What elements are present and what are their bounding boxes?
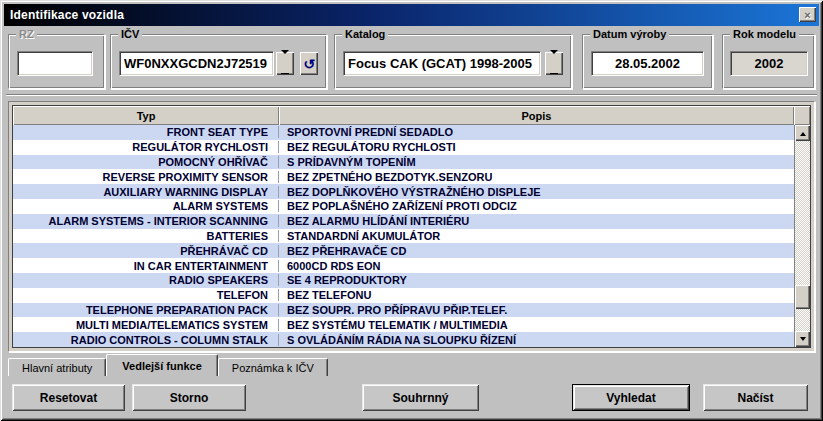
table-row[interactable]: RADIO SPEAKERSSE 4 REPRODUKTORY <box>13 273 794 288</box>
katalog-group: Katalog <box>334 34 572 89</box>
typ-cell: POMOCNÝ OHŘÍVAČ <box>13 156 279 168</box>
table-row[interactable]: IN CAR ENTERTAINMENT6000CD RDS EON <box>13 258 794 273</box>
rok-modelu-label: Rok modelu <box>730 28 799 41</box>
icv-group: IČV ↺ <box>110 34 327 89</box>
close-icon: × <box>804 9 810 21</box>
table-row[interactable]: BATTERIESSTANDARDNÍ AKUMULÁTOR <box>13 229 794 244</box>
table-row[interactable]: RADIO CONTROLS - COLUMN STALKS OVLÁDÁNÍM… <box>13 332 794 347</box>
katalog-input[interactable] <box>343 51 541 76</box>
separator-line <box>6 94 817 96</box>
table-row[interactable]: POMOCNÝ OHŘÍVAČS PRÍDAVNÝM TOPENÍM <box>13 155 794 170</box>
popis-cell: STANDARDNÍ AKUMULÁTOR <box>279 230 794 242</box>
typ-cell: FRONT SEAT TYPE <box>13 126 279 138</box>
scroll-up-button[interactable] <box>795 125 810 141</box>
popis-cell: BEZ TELEFONU <box>279 289 794 301</box>
typ-cell: REGULÁTOR RYCHLOSTI <box>13 141 279 153</box>
typ-cell: TELEPHONE PREPARATION PACK <box>13 304 279 316</box>
cancel-button[interactable]: Storno <box>132 384 246 411</box>
popis-cell: BEZ SOUPR. PRO PŘÍPRAVU PŘIP.TELEF. <box>279 304 794 316</box>
popis-cell: S PRÍDAVNÝM TOPENÍM <box>279 156 794 168</box>
vertical-scrollbar[interactable] <box>794 125 810 347</box>
typ-cell: BATTERIES <box>13 230 279 242</box>
search-button[interactable]: Vyhledat <box>572 384 690 411</box>
reset-button[interactable]: Resetovat <box>12 384 125 411</box>
katalog-label: Katalog <box>342 28 388 41</box>
rz-group: RZ <box>8 34 105 89</box>
window-title: Identifikace vozidla <box>10 8 124 22</box>
popis-cell: SE 4 REPRODUKTORY <box>279 274 794 286</box>
popis-cell: S OVLÁDÁNÍM RÁDIA NA SLOUPKU ŘÍZENÍ <box>279 334 794 346</box>
table-row[interactable]: REVERSE PROXIMITY SENSORBEZ ZPETNÉHO BEZ… <box>13 169 794 184</box>
popis-cell: BEZ ALARMU HLÍDÁNÍ INTERIÉRU <box>279 215 794 227</box>
popis-cell: BEZ SYSTÉMU TELEMATIK / MULTIMEDIA <box>279 319 794 331</box>
typ-cell: RADIO SPEAKERS <box>13 274 279 286</box>
typ-cell: MULTI MEDIA/TELEMATICS SYSTEM <box>13 319 279 331</box>
icv-label: IČV <box>118 28 142 41</box>
icv-dropdown-button[interactable] <box>276 52 294 75</box>
chevron-down-icon <box>281 54 289 74</box>
column-header-filler <box>794 106 810 125</box>
attributes-grid-frame: Typ Popis FRONT SEAT TYPESPORTOVNÍ PREDN… <box>8 101 815 352</box>
popis-cell: 6000CD RDS EON <box>279 260 794 272</box>
title-bar[interactable]: Identifikace vozidla × <box>4 4 819 26</box>
table-row[interactable]: AUXILIARY WARNING DISPLAYBEZ DOPLŇKOVÉHO… <box>13 184 794 199</box>
table-row[interactable]: ALARM SYSTEMS - INTERIOR SCANNINGBEZ ALA… <box>13 214 794 229</box>
scroll-down-button[interactable] <box>795 331 810 347</box>
column-header-popis[interactable]: Popis <box>279 106 794 125</box>
datum-vyroby-label: Datum výroby <box>590 28 669 41</box>
identifikace-vozidla-dialog: Identifikace vozidla × RZ IČV ↺ Katalog … <box>0 0 823 421</box>
table-row[interactable]: REGULÁTOR RYCHLOSTIBEZ REGULÁTORU RYCHLO… <box>13 140 794 155</box>
icv-refresh-button[interactable]: ↺ <box>300 52 318 75</box>
rz-label: RZ <box>16 28 37 41</box>
chevron-down-icon <box>550 54 558 74</box>
bottom-tab-bar: Hlavní atributy Vedlejší funkce Poznámka… <box>8 354 328 376</box>
attributes-grid: Typ Popis FRONT SEAT TYPESPORTOVNÍ PREDN… <box>12 105 811 348</box>
popis-cell: SPORTOVNÍ PREDNÍ SEDADLO <box>279 126 794 138</box>
scrollbar-thumb[interactable] <box>795 285 810 309</box>
grid-header: Typ Popis <box>13 106 810 125</box>
typ-cell: REVERSE PROXIMITY SENSOR <box>13 171 279 183</box>
arrow-down-icon <box>800 337 806 344</box>
typ-cell: AUXILIARY WARNING DISPLAY <box>13 186 279 198</box>
column-header-typ[interactable]: Typ <box>13 106 279 125</box>
typ-cell: TELEFON <box>13 289 279 301</box>
katalog-dropdown-button[interactable] <box>545 52 563 75</box>
typ-cell: IN CAR ENTERTAINMENT <box>13 260 279 272</box>
icv-input[interactable] <box>119 51 274 76</box>
typ-cell: ALARM SYSTEMS <box>13 200 279 212</box>
popis-cell: BEZ REGULÁTORU RYCHLOSTI <box>279 141 794 153</box>
table-row[interactable]: FRONT SEAT TYPESPORTOVNÍ PREDNÍ SEDADLO <box>13 125 794 140</box>
popis-cell: BEZ PŘEHRAVAČE CD <box>279 245 794 257</box>
grid-rows: FRONT SEAT TYPESPORTOVNÍ PREDNÍ SEDADLOR… <box>13 125 794 347</box>
datum-vyroby-value[interactable]: 28.05.2002 <box>591 51 704 76</box>
table-row[interactable]: TELEFONBEZ TELEFONU <box>13 288 794 303</box>
popis-cell: BEZ DOPLŇKOVÉHO VÝSTRAŽNÉHO DISPLEJE <box>279 186 794 198</box>
tab-poznamka-k-icv[interactable]: Poznámka k IČV <box>218 358 328 376</box>
load-button[interactable]: Načíst <box>703 384 808 411</box>
typ-cell: ALARM SYSTEMS - INTERIOR SCANNING <box>13 215 279 227</box>
tab-hlavni-atributy[interactable]: Hlavní atributy <box>8 358 106 376</box>
table-row[interactable]: TELEPHONE PREPARATION PACKBEZ SOUPR. PRO… <box>13 303 794 318</box>
typ-cell: PŘEHRÁVAČ CD <box>13 245 279 257</box>
refresh-icon: ↺ <box>303 57 315 71</box>
table-row[interactable]: PŘEHRÁVAČ CDBEZ PŘEHRAVAČE CD <box>13 243 794 258</box>
arrow-up-icon <box>800 129 806 136</box>
typ-cell: RADIO CONTROLS - COLUMN STALK <box>13 334 279 346</box>
rok-modelu-value: 2002 <box>730 51 808 76</box>
popis-cell: BEZ POPLAŠNÉHO ZAŘÍZENÍ PROTI ODCIZ <box>279 200 794 212</box>
summary-button[interactable]: Souhrnný <box>362 384 479 411</box>
close-button[interactable]: × <box>799 7 816 22</box>
rz-input[interactable] <box>17 51 93 76</box>
rok-modelu-group: Rok modelu 2002 <box>722 34 815 89</box>
table-row[interactable]: MULTI MEDIA/TELEMATICS SYSTEMBEZ SYSTÉMU… <box>13 317 794 332</box>
tab-vedlejsi-funkce[interactable]: Vedlejší funkce <box>106 354 217 376</box>
table-row[interactable]: ALARM SYSTEMSBEZ POPLAŠNÉHO ZAŘÍZENÍ PRO… <box>13 199 794 214</box>
datum-vyroby-group: Datum výroby 28.05.2002 <box>582 34 713 89</box>
popis-cell: BEZ ZPETNÉHO BEZDOTYK.SENZORU <box>279 171 794 183</box>
